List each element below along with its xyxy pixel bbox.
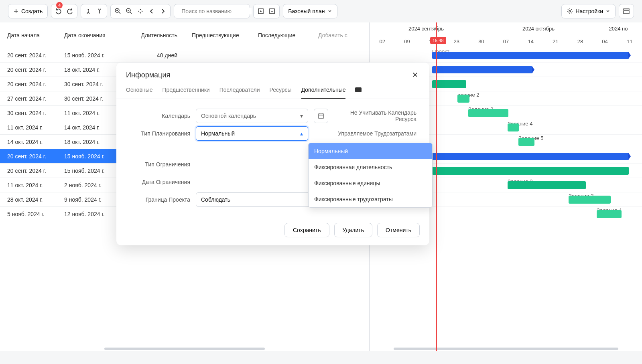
- gantt-scrollbar[interactable]: [370, 346, 642, 351]
- prev-button[interactable]: [147, 6, 156, 16]
- tab-successors[interactable]: Последователи: [219, 87, 260, 99]
- info-modal: Информация ✕ Основные Предшественники По…: [116, 63, 429, 245]
- tab-predecessors[interactable]: Предшественники: [162, 87, 209, 99]
- redo-button[interactable]: [65, 6, 75, 16]
- next-button[interactable]: [158, 6, 168, 16]
- baseline-button[interactable]: Базовый план: [283, 4, 337, 18]
- svg-rect-10: [319, 114, 323, 118]
- gear-icon: [567, 8, 573, 14]
- dropdown-option[interactable]: Фиксированная длительность: [309, 159, 432, 175]
- gantt-month: 2024 но: [595, 22, 642, 35]
- calendar-select[interactable]: Основной календарь▾: [196, 109, 308, 123]
- col-duration[interactable]: Длительность: [124, 32, 185, 38]
- save-button[interactable]: Сохранить: [284, 223, 329, 237]
- modal-tabs: Основные Предшественники Последователи Р…: [116, 79, 429, 99]
- gantt-day: 21: [543, 35, 568, 48]
- aside-scheduling: Управляемое Трудозатратами: [314, 130, 420, 137]
- svg-point-7: [569, 10, 571, 12]
- now-line: [436, 22, 437, 351]
- aside-calendar: Не Учитывать Календарь Ресурса: [334, 109, 420, 122]
- tab-main[interactable]: Основные: [126, 87, 152, 99]
- gantt-bar[interactable]: [432, 66, 532, 73]
- gantt-month: 2024 октябрь: [482, 22, 595, 35]
- delete-button[interactable]: Удалить: [334, 223, 372, 237]
- gantt-day: 23: [444, 35, 469, 48]
- svg-rect-9: [624, 11, 629, 14]
- close-button[interactable]: ✕: [410, 71, 420, 79]
- gantt-bar[interactable]: [508, 123, 519, 131]
- gantt-day: 02: [370, 35, 395, 48]
- gantt-bar[interactable]: [597, 210, 622, 218]
- notes-icon[interactable]: [355, 87, 362, 92]
- gantt-bar[interactable]: [432, 153, 629, 160]
- gantt-bar[interactable]: [569, 196, 611, 204]
- gantt-day: 07: [494, 35, 518, 48]
- table-row[interactable]: 20 сент. 2024 г.15 нояб. 2024 г.40 дней: [0, 48, 369, 63]
- create-button[interactable]: Создать: [8, 4, 48, 18]
- modal-title: Информация: [126, 71, 170, 79]
- label-constraint-date: Дата Ограничения: [126, 179, 190, 185]
- gantt-day: 09: [395, 35, 420, 48]
- col-start[interactable]: Дата начала: [0, 32, 60, 38]
- gantt-day: 11: [617, 35, 642, 48]
- svg-point-0: [88, 9, 89, 10]
- scheduling-select[interactable]: Нормальный▴: [196, 126, 308, 141]
- view-group: [253, 4, 280, 18]
- col-predecessors[interactable]: Предшествующие: [185, 32, 251, 38]
- dropdown-option[interactable]: Нормальный: [309, 143, 432, 159]
- col-end[interactable]: Дата окончания: [60, 32, 124, 38]
- col-successors[interactable]: Последующие: [251, 32, 311, 38]
- chevron-down-icon: [605, 9, 610, 14]
- zoom-fit-button[interactable]: [136, 6, 145, 16]
- zoom-group: [110, 4, 171, 18]
- settings-button[interactable]: Настройки: [561, 4, 616, 18]
- collapse-button[interactable]: [267, 6, 277, 16]
- outdent-button[interactable]: [83, 6, 93, 16]
- boundary-select[interactable]: Соблюдать▾: [196, 192, 324, 207]
- gantt-day: 28: [568, 35, 593, 48]
- scheduling-dropdown: Нормальный Фиксированная длительность Фи…: [308, 143, 433, 208]
- svg-point-1: [99, 12, 100, 14]
- gantt-day: 30: [469, 35, 494, 48]
- indent-group: [81, 4, 107, 18]
- toolbar: Создать 4 Базовый план Настройки: [0, 0, 642, 22]
- indent-button[interactable]: [95, 6, 104, 16]
- gantt-bar[interactable]: [508, 181, 586, 189]
- expand-button[interactable]: [256, 6, 266, 16]
- gantt-bar[interactable]: [468, 109, 508, 117]
- gantt-bar[interactable]: [432, 167, 629, 175]
- label-boundary: Граница Проекта: [126, 196, 190, 203]
- grid-scrollbar[interactable]: [0, 346, 369, 351]
- tab-resources[interactable]: Ресурсы: [269, 87, 291, 99]
- gantt-bar[interactable]: [432, 80, 466, 88]
- grid-header: Дата начала Дата окончания Длительность …: [0, 22, 369, 48]
- undo-redo-group: 4: [51, 4, 77, 18]
- gantt-bar[interactable]: [432, 52, 629, 59]
- calendar-picker-button[interactable]: [314, 109, 328, 123]
- svg-rect-8: [624, 9, 629, 10]
- gantt-bar[interactable]: [518, 138, 534, 146]
- chevron-down-icon: [327, 9, 332, 14]
- search-input[interactable]: [174, 4, 250, 18]
- gantt-bar[interactable]: [457, 95, 469, 103]
- gantt-month: 2024 сентябрь: [370, 22, 482, 35]
- label-constraint: Тип Ограничения: [126, 161, 190, 168]
- col-add[interactable]: Добавить с: [311, 32, 359, 38]
- zoom-out-button[interactable]: [124, 6, 134, 16]
- now-time-badge: 15:48: [430, 37, 446, 44]
- cancel-button[interactable]: Отменить: [377, 223, 420, 237]
- gantt-day: 04: [593, 35, 618, 48]
- label-calendar: Календарь: [126, 113, 190, 119]
- dropdown-option[interactable]: Фиксированные единицы: [309, 175, 432, 191]
- dropdown-option[interactable]: Фиксированные трудозатраты: [309, 191, 432, 207]
- tab-advanced[interactable]: Дополнительные: [301, 87, 346, 99]
- label-scheduling: Тип Планирования: [126, 130, 190, 137]
- layout-toggle[interactable]: [619, 4, 634, 18]
- zoom-in-button[interactable]: [113, 6, 123, 16]
- gantt-day: 14: [518, 35, 543, 48]
